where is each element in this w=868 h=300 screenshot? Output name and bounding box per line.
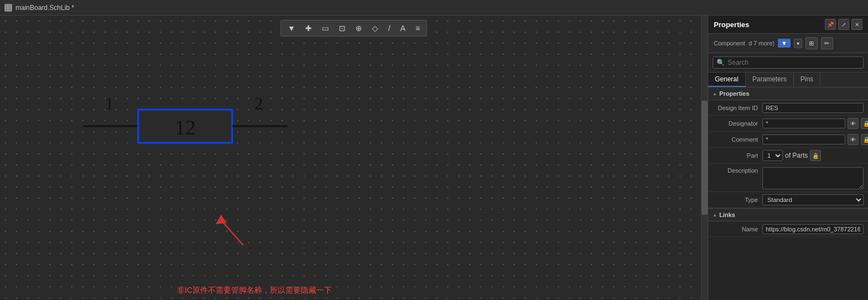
right-panel: Properties 📌 ⤢ ✕ Component d 7 more) ▼ ▾… xyxy=(708,15,868,300)
designator-visibility-btn[interactable]: 👁 xyxy=(848,118,859,129)
description-row: Description xyxy=(708,164,868,192)
designator-row: Designator 👁 🔒 xyxy=(708,116,868,132)
rectangle-toolbar-btn[interactable]: ▭ xyxy=(320,23,331,34)
comment-visibility-btn[interactable]: 👁 xyxy=(848,134,859,145)
main-container: ▼ ✚ ▭ ⊡ ⊕ ◇ / A ≡ 12 1 2 xyxy=(0,15,868,300)
links-name-label: Name xyxy=(713,226,762,232)
search-input[interactable] xyxy=(728,59,860,66)
component-filter-btn[interactable]: ▼ xyxy=(778,39,791,48)
tab-general[interactable]: General xyxy=(708,73,746,87)
properties-section-title: Properties xyxy=(719,90,749,97)
part-label: Part xyxy=(713,152,762,159)
polygon-btn[interactable]: ◇ xyxy=(370,23,380,34)
comment-input[interactable] xyxy=(762,135,845,144)
of-parts-text: of Parts xyxy=(785,152,808,159)
description-textarea[interactable] xyxy=(762,167,864,189)
text-btn[interactable]: A xyxy=(398,23,407,34)
links-url-value xyxy=(762,224,864,234)
add-toolbar-btn[interactable]: ✚ xyxy=(303,23,314,34)
component-copy-btn[interactable]: ⊞ xyxy=(806,37,818,49)
links-section-header: Links xyxy=(708,208,868,221)
svg-line-6 xyxy=(221,220,243,245)
close-panel-btn[interactable]: ✕ xyxy=(851,19,862,30)
comment-row: Comment 👁 🔒 xyxy=(708,132,868,148)
tab-pins[interactable]: Pins xyxy=(794,73,820,87)
panel-header-buttons: 📌 ⤢ ✕ xyxy=(825,19,862,30)
type-dropdown[interactable]: Standard Mechanical Graphical xyxy=(762,194,864,205)
float-panel-btn[interactable]: ⤢ xyxy=(838,19,849,30)
title-bar: mainBoard.SchLib * xyxy=(0,0,868,15)
description-label: Description xyxy=(713,167,762,174)
search-icon: 🔍 xyxy=(717,59,725,66)
design-item-id-label: Design Item ID xyxy=(713,105,762,111)
links-name-row: Name xyxy=(708,221,868,237)
type-row: Type Standard Mechanical Graphical xyxy=(708,192,868,208)
filter-toolbar-btn[interactable]: ▼ xyxy=(285,23,297,34)
design-item-id-input[interactable] xyxy=(762,103,864,113)
part-dropdown[interactable]: 1 xyxy=(762,150,783,161)
svg-text:12: 12 xyxy=(175,116,196,139)
pin-panel-btn[interactable]: 📌 xyxy=(825,19,836,30)
toolbar: ▼ ✚ ▭ ⊡ ⊕ ◇ / A ≡ xyxy=(280,20,427,37)
component-info: d 7 more) xyxy=(749,40,775,46)
comment-label: Comment xyxy=(713,136,762,143)
comment-lock-btn[interactable]: 🔒 xyxy=(861,134,868,145)
type-label: Type xyxy=(713,196,762,203)
svg-text:2: 2 xyxy=(254,94,263,113)
part-value: 1 of Parts 🔒 xyxy=(762,150,864,161)
junction-btn[interactable]: ⊕ xyxy=(353,23,364,34)
component-edit-btn[interactable]: ✏ xyxy=(821,37,833,49)
comment-value: 👁 🔒 xyxy=(762,134,868,145)
type-value: Standard Mechanical Graphical xyxy=(762,194,864,205)
links-url-input[interactable] xyxy=(762,224,864,234)
panel-header: Properties 📌 ⤢ ✕ xyxy=(708,15,868,34)
search-bar: 🔍 xyxy=(708,53,868,73)
app-icon xyxy=(4,4,12,12)
design-item-id-row: Design Item ID xyxy=(708,100,868,116)
canvas-scrollbar[interactable] xyxy=(701,15,708,300)
search-input-wrapper: 🔍 xyxy=(713,56,864,69)
annotation: 非IC原件不需要管脚名称，所以需要隐藏一下 xyxy=(210,212,332,296)
design-item-id-value xyxy=(762,103,864,113)
panel-title: Properties xyxy=(714,20,749,29)
designator-value: 👁 🔒 xyxy=(762,118,868,129)
designator-lock-btn[interactable]: 🔒 xyxy=(861,118,868,129)
tabs-row: General Parameters Pins xyxy=(708,73,868,87)
properties-section-header: Properties xyxy=(708,87,868,100)
line-btn[interactable]: / xyxy=(386,23,393,34)
description-value xyxy=(762,167,864,189)
canvas-scrollbar-thumb[interactable] xyxy=(702,101,708,215)
tab-parameters[interactable]: Parameters xyxy=(746,73,794,87)
canvas-area[interactable]: ▼ ✚ ▭ ⊡ ⊕ ◇ / A ≡ 12 1 2 xyxy=(0,15,708,300)
annotation-arrow xyxy=(210,212,254,251)
links-section-title: Links xyxy=(719,211,735,218)
annotation-text: 非IC原件不需要管脚名称，所以需要隐藏一下 xyxy=(177,286,332,296)
resistor-drawing: 12 1 2 xyxy=(66,82,343,193)
component-subtitle-row: Component d 7 more) ▼ ▾ ⊞ ✏ xyxy=(708,34,868,53)
properties-section: Properties Design Item ID Designator 👁 🔒 xyxy=(708,87,868,300)
place-component-btn[interactable]: ⊡ xyxy=(337,23,348,34)
designator-label: Designator xyxy=(713,120,762,127)
title-text: mainBoard.SchLib * xyxy=(15,4,74,12)
svg-marker-7 xyxy=(216,215,227,224)
part-row: Part 1 of Parts 🔒 xyxy=(708,148,868,164)
designator-input[interactable] xyxy=(762,118,845,128)
svg-text:1: 1 xyxy=(105,94,114,113)
component-dropdown-btn[interactable]: ▾ xyxy=(794,39,802,48)
pin-btn[interactable]: ≡ xyxy=(413,23,422,34)
component-label: Component xyxy=(714,40,745,46)
part-lock-btn[interactable]: 🔒 xyxy=(810,150,821,161)
